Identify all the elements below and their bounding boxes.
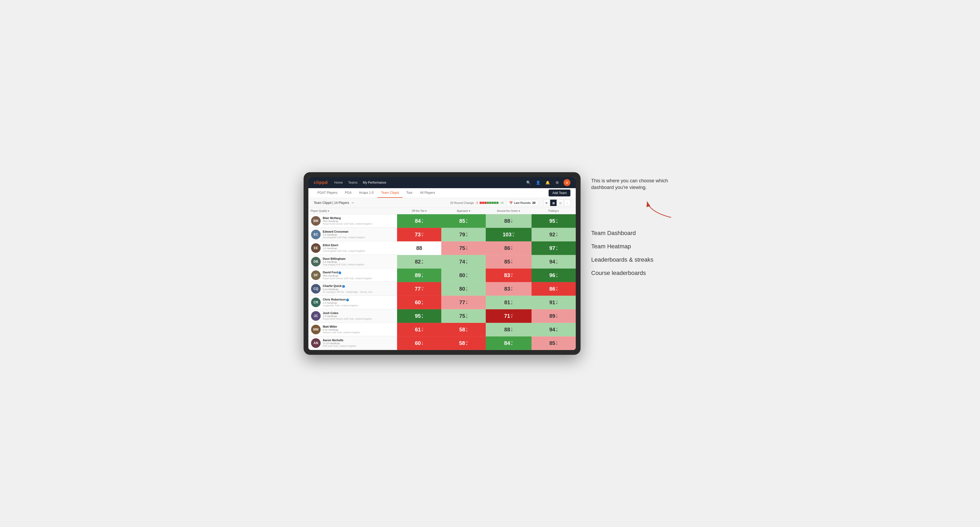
dashboard-options-list: Team Dashboard Team Heatmap Leaderboards…: [591, 227, 676, 280]
stat-putting: 943▲: [531, 323, 576, 337]
player-avatar: EC: [311, 230, 321, 239]
stat-change: 1▼: [421, 341, 423, 346]
bar-green-2: [489, 202, 492, 204]
view-grid-icon[interactable]: ⊞: [543, 200, 550, 206]
player-club: Woburn Golf Club, United Kingdom: [323, 331, 360, 334]
view-list-icon[interactable]: ▦: [550, 200, 557, 206]
player-name[interactable]: David Ford✓: [323, 271, 372, 274]
option-leaderboards[interactable]: Leaderboards & streaks: [591, 253, 676, 267]
player-club: Royal North Devon Golf Club, United King…: [323, 277, 372, 280]
stat-change: 1▼: [511, 219, 513, 223]
nav-teams[interactable]: Teams: [348, 179, 357, 186]
stat-change: 3▼: [556, 232, 558, 237]
player-handicap: 1-5 Handicap: [323, 233, 365, 236]
nav-my-performance[interactable]: My Performance: [363, 179, 386, 186]
search-icon[interactable]: 🔍: [525, 179, 531, 186]
col-header-around-green[interactable]: Around the Green ▾: [486, 208, 531, 214]
settings-icon[interactable]: ⚙: [554, 179, 560, 186]
change-bar: [480, 202, 498, 204]
tab-pgat-players[interactable]: PGAT Players: [314, 188, 341, 198]
player-avatar: AN: [311, 338, 321, 348]
stat-value: 89: [415, 272, 421, 278]
player-name[interactable]: Matt Miller: [323, 325, 360, 328]
player-name[interactable]: Charlie Quick✓: [323, 284, 374, 288]
player-name[interactable]: Elliot Ebert: [323, 243, 365, 247]
player-name[interactable]: Chris Robertson✓: [323, 298, 358, 301]
stat-change: 14▼: [421, 286, 424, 291]
stat-putting: 941▲: [531, 255, 576, 268]
player-name[interactable]: Dave Billingham: [323, 257, 364, 260]
option-team-dashboard[interactable]: Team Dashboard: [591, 227, 676, 240]
stat-off-tee: 613▼: [397, 323, 441, 337]
bar-green-5: [496, 202, 498, 204]
option-team-heatmap[interactable]: Team Heatmap: [591, 240, 676, 253]
profile-icon[interactable]: 👤: [535, 179, 541, 186]
stat-around-green: 8310▼: [486, 268, 531, 282]
col-header-approach[interactable]: Approach ▾: [441, 208, 485, 214]
col-header-putting[interactable]: Putting ▾: [531, 208, 576, 214]
stat-value: 85: [504, 259, 510, 265]
option-course-leaderboards[interactable]: Course leaderboards: [591, 267, 676, 280]
stat-putting: 959▲: [531, 214, 576, 228]
tab-tour[interactable]: Tour: [402, 188, 416, 198]
stat-putting: 868▼: [531, 282, 576, 296]
round-change-info: 20 Round Change -5 +5: [450, 201, 504, 205]
stat-approach: 803▲: [441, 268, 485, 282]
col-header-player[interactable]: Player Quality ▾: [309, 208, 397, 214]
nav-home[interactable]: Home: [334, 179, 343, 186]
stat-change: 6▼: [511, 246, 513, 251]
verified-badge: ✓: [339, 271, 341, 274]
stat-value: 80: [459, 272, 465, 278]
table-row: JCJosh Coles1-5 HandicapRoyal North Devo…: [309, 309, 576, 323]
bar-red-2: [482, 202, 484, 204]
view-download-icon[interactable]: ↓: [564, 200, 570, 206]
stat-change: 21▲: [511, 341, 513, 346]
tab-all-players[interactable]: All Players: [416, 188, 439, 198]
stat-change: 15▲: [512, 232, 514, 237]
player-avatar: DB: [311, 257, 321, 267]
stat-value: 74: [459, 259, 465, 265]
stat-approach: 741▲: [441, 255, 485, 268]
player-avatar: BM: [311, 216, 321, 226]
tab-team-clippd[interactable]: Team Clippd: [377, 188, 402, 198]
player-name[interactable]: Edward Crossman: [323, 230, 365, 233]
player-name[interactable]: Aaron Nicholls: [323, 338, 356, 342]
tab-pga[interactable]: PGA: [341, 188, 355, 198]
stat-off-tee: 601▼: [397, 337, 441, 350]
add-team-button[interactable]: Add Team: [549, 189, 570, 197]
user-avatar[interactable]: U: [563, 179, 570, 186]
stat-change: 2▲: [466, 314, 468, 318]
app-logo: clippd: [314, 180, 328, 185]
stat-value: 95: [415, 313, 421, 319]
annotation-arrow-svg: [644, 199, 676, 220]
stat-off-tee: 897▲: [397, 268, 441, 282]
stat-putting: 913▼: [531, 296, 576, 309]
stat-change: 8▲: [421, 314, 423, 318]
view-heatmap-icon[interactable]: ◫: [557, 200, 563, 206]
stat-change: 8▼: [556, 286, 558, 291]
col-header-off-tee[interactable]: Off the Tee ▾: [397, 208, 441, 214]
stat-value: 86: [504, 245, 510, 251]
stat-putting: 963▲: [531, 268, 576, 282]
nav-icons: 🔍 👤 🔔 ⚙ U: [525, 179, 570, 186]
stat-value: 86: [549, 286, 555, 292]
stat-change: 6▼: [511, 286, 513, 291]
stat-change: 3▼: [556, 300, 558, 305]
stat-around-green: 836▼: [486, 282, 531, 296]
stat-putting: 892▼: [531, 309, 576, 323]
stat-change: 4▲: [466, 327, 468, 332]
stat-change: 4▲: [421, 259, 423, 264]
stat-around-green: 866▼: [486, 241, 531, 255]
stat-around-green: 10315▲: [486, 228, 531, 241]
stat-value: 61: [415, 327, 421, 333]
stat-approach: 799▲: [441, 228, 485, 241]
player-handicap: 6-10 Handicap: [323, 329, 360, 331]
tab-hcaps[interactable]: Hcaps 1-5: [355, 188, 377, 198]
notification-icon[interactable]: 🔔: [544, 179, 551, 186]
player-name[interactable]: Blair McHarg: [323, 216, 372, 220]
last-rounds-button[interactable]: 📅 Last Rounds: 20: [506, 200, 538, 206]
bar-red-3: [484, 202, 487, 204]
player-name[interactable]: Josh Coles: [323, 311, 372, 314]
edit-team-icon[interactable]: ✏: [352, 201, 354, 205]
table-row: MMMatt Miller6-10 HandicapWoburn Golf Cl…: [309, 323, 576, 337]
